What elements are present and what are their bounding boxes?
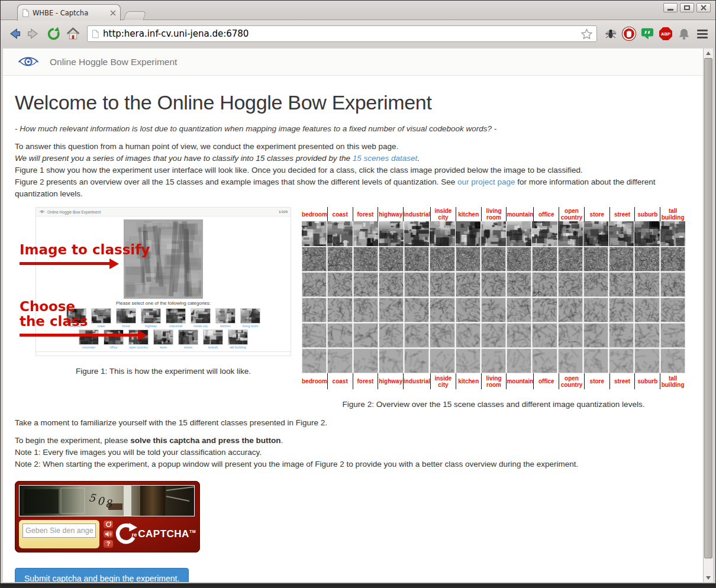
stop-hand-extension-icon[interactable] (622, 27, 636, 41)
scene-quantized-thumb (379, 348, 404, 373)
fig2-class-label-text: store (590, 378, 604, 385)
fig2-class-label: coast (327, 373, 353, 389)
menu-button[interactable] (695, 27, 709, 41)
site-title: Online Hoggle Bow Experiment (50, 57, 177, 67)
captcha-help-button[interactable]: ? (103, 539, 114, 548)
scrollbar-thumb[interactable] (704, 58, 712, 558)
captcha-audio-button[interactable] (103, 530, 114, 539)
browser-viewport: Online Hoggle Bow Experiment Welcome to … (3, 49, 713, 582)
captcha-controls-row: ? re CAPTCHATM (19, 520, 196, 548)
fig2-class-label-text: highway (379, 211, 402, 218)
fig2-class-label: forest (353, 207, 378, 221)
captcha-audio-icon (105, 531, 112, 537)
notification-bell-icon[interactable] (677, 27, 691, 41)
fig1-thumb-label: forest (115, 324, 137, 328)
scene-quantized-thumb (430, 323, 454, 348)
figure1-mock-footer (36, 351, 291, 356)
fig1-thumb-image (91, 308, 111, 324)
fig2-class-label-text: suburb (637, 211, 657, 218)
scene-photo-thumb (660, 221, 685, 246)
fig2-class-label-text: bedroom (302, 211, 327, 218)
close-button[interactable] (696, 3, 711, 12)
scene-quantized-thumb (558, 298, 583, 322)
url-text[interactable]: http:hera.inf-cv.uni-jena.de:6780 (103, 28, 577, 39)
fig1-thumb-image (240, 308, 260, 324)
page-subtitle: - How much relevant information is lost … (15, 124, 688, 133)
scrollbar-down-arrow[interactable] (704, 573, 713, 582)
scene-quantized-thumb (583, 348, 608, 373)
project-page-link[interactable]: our project page (457, 177, 515, 186)
fig1-thumb-label: mountain (78, 345, 99, 349)
fig1-thumb-label: inside city (190, 324, 211, 328)
fig2-class-label: street (609, 373, 635, 389)
scene-quantized-thumb (634, 298, 659, 322)
back-button[interactable] (7, 25, 22, 42)
fig2-class-label-text: tall building (660, 208, 685, 221)
adblock-plus-extension-icon[interactable]: ABP (659, 27, 673, 41)
fig2-class-label-text: forest (357, 378, 374, 385)
scene-quantized-thumb (430, 348, 454, 373)
fly-extension-icon[interactable] (604, 27, 618, 41)
figure1-counter: 1/100 (279, 210, 288, 214)
scene-photo-thumb (507, 221, 531, 246)
scene-quantized-thumb (558, 247, 583, 272)
page-icon (22, 9, 29, 17)
scene-quantized-thumb (327, 247, 352, 272)
hangouts-extension-icon[interactable] (640, 27, 654, 41)
figure1-mock-header: Online Hoggle Bow Experiment 1/100 (36, 208, 291, 217)
maximize-button[interactable] (680, 3, 694, 12)
scene-photo-thumb (327, 221, 352, 246)
scene-quantized-thumb (634, 272, 659, 297)
fig2-class-label: living room (481, 207, 507, 221)
scene-quantized-thumb (634, 323, 659, 348)
scene-quantized-thumb (532, 298, 557, 322)
bookmark-star-icon[interactable] (581, 28, 592, 39)
recaptcha-logo-arrow-icon: re (114, 522, 137, 546)
fig2-class-label: open country (559, 373, 584, 389)
reload-button[interactable] (46, 25, 61, 42)
scene-quantized-thumb (481, 323, 506, 348)
figures-row: Online Hoggle Bow Experiment 1/100 Pleas… (15, 207, 688, 409)
figure1-caption: Figure 1: This is how the experiment wil… (36, 367, 291, 376)
captcha-reload-button[interactable] (103, 520, 114, 529)
url-bar[interactable]: http:hera.inf-cv.uni-jena.de:6780 (87, 25, 597, 42)
scenes-dataset-link[interactable]: 15 scenes dataset (353, 154, 418, 163)
fig2-class-label: highway (378, 373, 403, 389)
fig1-thumb-label: office (103, 345, 124, 349)
forward-button[interactable] (26, 25, 41, 42)
fig1-thumb-row-2: mountainofficeopen countrystorestreetsub… (78, 329, 249, 349)
intro-line-3-text: Figure 1 show you how the experiment use… (15, 166, 583, 175)
tab-title: WHBE - Captcha (33, 9, 107, 17)
forward-icon (27, 27, 41, 41)
fig1-class-thumb: living room (240, 308, 261, 328)
browser-window: WHBE - Captcha http:hera.inf-cv.uni-jena… (0, 0, 716, 588)
scene-quantized-thumb (481, 348, 506, 373)
intro-line-1-text: To answer this question from a human poi… (15, 142, 398, 151)
fig1-class-thumb: office (103, 329, 124, 349)
fig2-class-label-text: kitchen (458, 378, 479, 385)
minimize-button[interactable] (663, 3, 678, 12)
trademark-symbol: TM (189, 529, 196, 534)
submit-captcha-button[interactable]: Submit captcha and begin the experiment. (15, 568, 189, 582)
fig2-class-label-text: living room (482, 208, 507, 221)
fig1-thumb-label: street (178, 345, 199, 349)
scene-quantized-thumb (583, 298, 608, 322)
new-tab-button[interactable] (124, 11, 147, 20)
fig2-class-label: bedroom (302, 207, 327, 221)
scrollbar-up-arrow[interactable] (704, 49, 713, 57)
fig1-class-thumb: store (153, 329, 174, 349)
page-scrollbar (703, 49, 713, 582)
fig2-class-label-text: store (590, 211, 604, 218)
scene-quantized-thumb (558, 272, 583, 297)
fig2-class-label-text: coast (333, 378, 348, 385)
begin-line: To begin the experiment, please solve th… (15, 435, 688, 447)
fig1-thumb-label: coast (91, 324, 112, 328)
scene-quantized-thumb (327, 348, 352, 373)
tab-close-icon[interactable] (110, 10, 116, 16)
browser-tab[interactable]: WHBE - Captcha (17, 4, 121, 21)
fig2-class-label-text: mountain (507, 378, 533, 385)
home-button[interactable] (65, 25, 80, 42)
scene-photo-thumb (558, 221, 583, 246)
captcha-answer-input[interactable] (22, 524, 96, 538)
fig2-class-label-text: tall building (660, 375, 685, 388)
